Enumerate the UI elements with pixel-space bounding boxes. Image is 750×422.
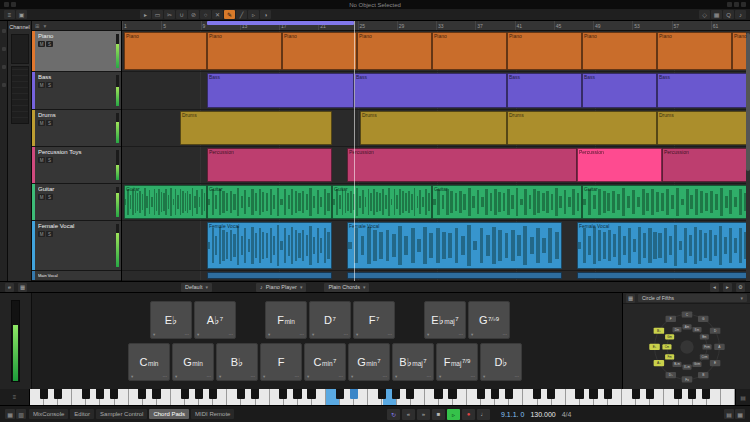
- add-track-icon[interactable]: ⊞: [35, 23, 40, 29]
- range-tool[interactable]: ▭: [152, 10, 163, 19]
- glue-tool[interactable]: ∪: [176, 10, 187, 19]
- cof-node-am[interactable]: Am: [682, 324, 691, 329]
- play-tool[interactable]: ▹: [248, 10, 259, 19]
- pad-options-icon[interactable]: ⋯: [471, 375, 476, 380]
- cof-node-f[interactable]: F: [666, 316, 677, 322]
- metronome-button[interactable]: ♩: [477, 409, 490, 420]
- track-lane-female-vocal[interactable]: Female VocalFemale VocalFemale Vocal: [122, 221, 750, 271]
- statusbar-tab-editor[interactable]: Editor: [70, 409, 94, 419]
- black-key[interactable]: [646, 389, 654, 399]
- clip-percussion[interactable]: Percussion: [662, 148, 750, 182]
- cof-node-csm[interactable]: C♯m: [700, 354, 709, 359]
- chord-pad-bbmaj7[interactable]: B♭maj7▾⋯: [392, 343, 434, 381]
- statusbar-tab-sampler-control[interactable]: Sampler Control: [96, 409, 147, 419]
- clip-bass[interactable]: Bass: [582, 73, 657, 108]
- chord-pad-db[interactable]: D♭▾⋯: [480, 343, 522, 381]
- chord-pad-gmin[interactable]: Gmin▾⋯: [172, 343, 214, 381]
- clip-guitar[interactable]: Guitar: [432, 185, 582, 219]
- track-m-button[interactable]: M: [38, 41, 45, 47]
- black-key[interactable]: [477, 389, 485, 399]
- track-lane-main-vocal[interactable]: [122, 271, 750, 281]
- rewind-button[interactable]: «: [402, 409, 415, 420]
- cof-node-e[interactable]: E: [710, 360, 721, 366]
- pad-options-icon[interactable]: ⋯: [344, 333, 349, 338]
- cof-node-d[interactable]: D: [710, 328, 721, 334]
- piano-keyboard[interactable]: [30, 389, 735, 405]
- black-key[interactable]: [575, 389, 583, 399]
- black-key[interactable]: [434, 389, 442, 399]
- cof-node-b[interactable]: B: [698, 372, 709, 378]
- track-lane-percussion-toys[interactable]: PercussionPercussionPercussionPercussion: [122, 147, 750, 184]
- black-key[interactable]: [152, 389, 160, 399]
- pads-edit-button[interactable]: e: [5, 283, 14, 292]
- pad-options-icon[interactable]: ⋯: [427, 375, 432, 380]
- timeline-ruler[interactable]: 15913172125293337414549535761: [122, 21, 750, 31]
- pad-adaptive-voicing-icon[interactable]: ▾: [356, 333, 358, 338]
- pad-adaptive-voicing-icon[interactable]: ▾: [153, 333, 155, 338]
- cof-node-cm[interactable]: Cm: [662, 344, 671, 349]
- black-key[interactable]: [350, 389, 358, 399]
- black-key[interactable]: [674, 389, 682, 399]
- cof-node-gsm[interactable]: G♯m: [692, 362, 701, 367]
- clip-piano[interactable]: Piano: [207, 32, 282, 70]
- pad-adaptive-voicing-icon[interactable]: ▾: [219, 375, 221, 380]
- clip-bass[interactable]: Bass: [657, 73, 750, 108]
- forward-button[interactable]: »: [417, 409, 430, 420]
- pointer-tool[interactable]: ▸: [140, 10, 151, 19]
- track-m-button[interactable]: M: [38, 120, 45, 126]
- pad-options-icon[interactable]: ⋯: [251, 375, 256, 380]
- track-header-piano[interactable]: PianoMS: [32, 31, 121, 72]
- track-lane-drums[interactable]: DrumsDrumsDrumsDrums: [122, 110, 750, 147]
- pad-options-icon[interactable]: ⋯: [459, 333, 464, 338]
- black-key[interactable]: [209, 389, 217, 399]
- pad-adaptive-voicing-icon[interactable]: ▾: [175, 375, 177, 380]
- circle-of-fifths-select[interactable]: Circle of Fifths ▾: [638, 294, 747, 302]
- midi-icon[interactable]: ♪: [735, 10, 746, 19]
- black-key[interactable]: [533, 389, 541, 399]
- cycle-marker[interactable]: [207, 21, 354, 25]
- black-key[interactable]: [307, 389, 315, 399]
- clip-drums[interactable]: Drums: [360, 111, 507, 145]
- black-key[interactable]: [448, 389, 456, 399]
- pad-adaptive-voicing-icon[interactable]: ▾: [263, 375, 265, 380]
- pad-adaptive-voicing-icon[interactable]: ▾: [268, 333, 270, 338]
- black-key[interactable]: [688, 389, 696, 399]
- workspace-icon[interactable]: ▦: [5, 409, 15, 419]
- cof-node-fm[interactable]: Fm: [665, 354, 674, 359]
- record-button[interactable]: ●: [462, 409, 475, 420]
- pad-options-icon[interactable]: ⋯: [383, 375, 388, 380]
- clip-guitar[interactable]: Guitar: [332, 185, 432, 219]
- chord-pad-bb[interactable]: B♭▾⋯: [216, 343, 258, 381]
- clip-piano[interactable]: Piano: [582, 32, 657, 70]
- black-key[interactable]: [589, 389, 597, 399]
- chord-pad-cmin[interactable]: Cmin▾⋯: [128, 343, 170, 381]
- chord-pad-cmin7[interactable]: Cmin7▾⋯: [304, 343, 346, 381]
- white-key[interactable]: [721, 389, 735, 405]
- pad-adaptive-voicing-icon[interactable]: ▾: [471, 333, 473, 338]
- clip-female-vocal[interactable]: Female Vocal: [207, 222, 332, 269]
- black-key[interactable]: [279, 389, 287, 399]
- cof-node-bbm[interactable]: B♭m: [672, 362, 681, 367]
- clip-drums[interactable]: Drums: [657, 111, 750, 145]
- statusbar-tab-chord-pads[interactable]: Chord Pads: [149, 409, 189, 419]
- black-key[interactable]: [491, 389, 499, 399]
- play-button[interactable]: ▹: [447, 409, 460, 420]
- split-tool[interactable]: ✂: [164, 10, 175, 19]
- track-lane-piano[interactable]: PianoPianoPianoPianoPianoPianoPianoPiano…: [122, 31, 750, 72]
- track-m-button[interactable]: M: [38, 157, 45, 163]
- pad-options-icon[interactable]: ⋯: [503, 333, 508, 338]
- black-key[interactable]: [392, 389, 400, 399]
- track-m-button[interactable]: M: [38, 194, 45, 200]
- line-tool[interactable]: ╱: [236, 10, 247, 19]
- cof-node-gm[interactable]: Gm: [665, 334, 674, 339]
- cof-node-bm[interactable]: Bm: [700, 334, 709, 339]
- cof-node-dm[interactable]: Dm: [672, 327, 681, 332]
- black-key[interactable]: [336, 389, 344, 399]
- cof-node-g[interactable]: G: [698, 316, 709, 322]
- chord-pad-ab7[interactable]: A♭7▾⋯: [194, 301, 236, 339]
- pad-options-icon[interactable]: ⋯: [229, 333, 234, 338]
- cof-node-fsm[interactable]: F♯m: [703, 344, 712, 349]
- track-list-toolbar[interactable]: ⊞ ▾: [32, 21, 121, 31]
- clip-drums[interactable]: Drums: [507, 111, 657, 145]
- clip-piano[interactable]: Piano: [282, 32, 357, 70]
